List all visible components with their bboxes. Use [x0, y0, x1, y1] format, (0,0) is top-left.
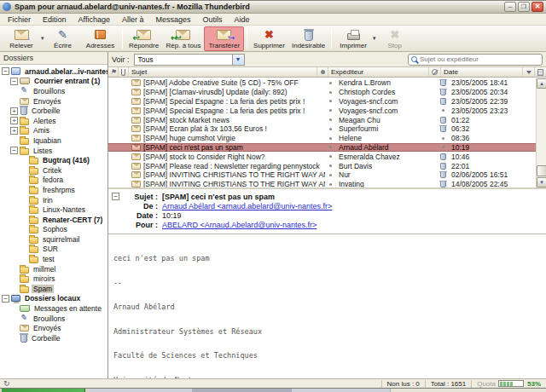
scrollbar-thumb[interactable]	[537, 165, 546, 176]
subject-label: Sujet :	[125, 193, 158, 201]
start-button[interactable]	[2, 389, 85, 392]
junk-button[interactable]: Indésirable	[288, 26, 328, 51]
collapse-expander-icon[interactable]	[10, 78, 18, 85]
folder-row[interactable]: Sophos	[0, 225, 107, 235]
menu-fichier[interactable]: Fichier	[2, 14, 37, 25]
menu-affichage[interactable]: Affichage	[73, 14, 116, 25]
expand-expander-icon[interactable]	[10, 117, 18, 124]
folder-row[interactable]: Amis	[0, 126, 107, 136]
message-row[interactable]: [SPAM] Adobe Creative Suite (5 CD) - 75%…	[108, 78, 536, 88]
folder-row-drafts[interactable]: Brouillons	[0, 86, 107, 96]
folder-row[interactable]: Linux-Nantes	[0, 205, 107, 215]
sender-column-header[interactable]: Expéditeur	[328, 67, 429, 77]
folder-row[interactable]: SUR	[0, 245, 107, 255]
menu-edition[interactable]: Edition	[37, 14, 73, 25]
folder-row[interactable]: millmel	[0, 264, 107, 274]
minimize-button[interactable]	[504, 2, 516, 12]
folder-row-sent[interactable]: Envoyés	[0, 96, 107, 107]
folder-row[interactable]: freshrpms	[0, 185, 107, 195]
attachment-column-header[interactable]	[119, 67, 129, 77]
search-input[interactable]	[420, 55, 539, 63]
search-box[interactable]	[408, 54, 543, 66]
folder-row[interactable]: Irin	[0, 195, 107, 205]
view-select[interactable]: Tous ▼	[134, 54, 245, 66]
message-row[interactable]: [SPAM] [Clamav-virusdb] Update (daily: 8…	[108, 88, 536, 97]
folder-row[interactable]: squirrelmail	[0, 234, 107, 245]
folder-row[interactable]: fedora	[0, 176, 107, 186]
folder-icon	[29, 158, 38, 164]
menu-outils[interactable]: Outils	[196, 14, 228, 25]
message-row-selected[interactable]: [SPAM] ceci n'est pas un spamArnaud Abél…	[108, 143, 536, 153]
message-row[interactable]: [SPAM] huge cumshot VirgieHelene08:36	[108, 134, 536, 143]
folder-row-drafts-local[interactable]: Brouillons	[0, 314, 107, 324]
reply-all-button[interactable]: ↩↩ Rép. à tous	[163, 26, 205, 51]
envelope-icon	[131, 163, 141, 170]
collapse-header-button[interactable]: −	[112, 193, 119, 200]
taskbar-button[interactable]	[292, 389, 391, 392]
folder-row[interactable]: Renater-CERT (7)	[0, 215, 107, 225]
restore-button[interactable]	[518, 2, 530, 12]
folder-row-trash[interactable]: Corbeille	[0, 106, 107, 116]
folder-row-local-folders[interactable]: Dossiers locaux	[0, 294, 107, 304]
sort-direction-header[interactable]	[523, 67, 535, 77]
message-row[interactable]: [SPAM] INVITING CHRISTIANS TO THE RIGHT …	[108, 170, 536, 180]
message-list-scrollbar[interactable]: ▲ ▼	[536, 78, 546, 187]
stop-button[interactable]: ✖ Stop	[376, 26, 414, 51]
forward-button[interactable]: ↪ Transférer	[204, 26, 244, 51]
folder-row[interactable]: miroirs	[0, 274, 107, 284]
to-link[interactable]: ABELARD <Arnaud.Abelard@univ-nantes.fr>	[162, 221, 317, 229]
message-row[interactable]: [SPAM] stock to Consider Right Now?Esmer…	[108, 152, 536, 161]
folder-row[interactable]: Alertes	[0, 116, 107, 126]
column-picker-button[interactable]	[535, 67, 546, 77]
folder-row-inbox[interactable]: Courrier entrant (1)	[0, 77, 107, 87]
print-button[interactable]: Imprimer	[334, 26, 372, 51]
thunderbird-logo-icon	[3, 3, 11, 11]
folder-icon	[29, 217, 38, 224]
collapse-expander-icon[interactable]	[10, 147, 18, 154]
message-row[interactable]: [SPAM] Ecran plat à 3x 103,56 Euros !Sup…	[108, 124, 536, 134]
junk-mark-icon	[440, 153, 446, 160]
folder-row-unsent[interactable]: Messages en attente	[0, 303, 107, 314]
from-link[interactable]: Arnaud Abélard <arnaud.abelard@univ-nant…	[162, 202, 332, 210]
folder-row-account[interactable]: arnaud.abelar...iv-nantes.fr	[0, 66, 107, 77]
folder-row[interactable]: test	[0, 254, 107, 264]
folder-row[interactable]: Iquabian	[0, 135, 107, 146]
collapse-expander-icon[interactable]	[2, 295, 9, 303]
folder-row-spam-selected[interactable]: Spam	[0, 284, 107, 294]
folder-row-trash-local[interactable]: Corbeille	[0, 333, 107, 343]
expand-expander-icon[interactable]	[10, 127, 18, 135]
collapse-expander-icon[interactable]	[2, 67, 9, 75]
chevron-down-icon[interactable]: ▼	[232, 55, 244, 65]
folder-row-listes[interactable]: Listes	[0, 146, 107, 156]
scroll-down-arrow-icon[interactable]: ▼	[537, 177, 546, 187]
folder-row-sent-local[interactable]: Envoyés	[0, 323, 107, 333]
junk-column-header[interactable]	[429, 67, 441, 77]
message-row[interactable]: [SPAM] Special Espagne : La feria des pe…	[108, 97, 536, 107]
message-row[interactable]: [SPAM] Please read : Newsletter regardin…	[108, 161, 536, 170]
expand-expander-icon[interactable]	[10, 107, 18, 115]
flag-column-header[interactable]	[108, 67, 119, 77]
folder-row[interactable]: Critek	[0, 165, 107, 176]
folder-row[interactable]: Bugtraq (416)	[0, 155, 107, 165]
read-column-header[interactable]	[317, 67, 328, 77]
menu-aller-a[interactable]: Aller à	[116, 14, 150, 25]
get-mail-dropdown-arrow[interactable]: ▾	[41, 35, 44, 42]
menu-aide[interactable]: Aide	[228, 14, 255, 25]
date-column-header[interactable]: Date	[441, 67, 523, 77]
compose-icon: ✎	[58, 29, 67, 40]
addresses-button[interactable]: Adresses	[82, 26, 119, 51]
subject-column-header[interactable]: Sujet	[129, 67, 317, 77]
get-mail-button[interactable]: ↓ Relever	[3, 26, 40, 51]
address-book-icon	[95, 30, 106, 39]
reply-button[interactable]: ↩ Répondre	[125, 26, 163, 51]
scroll-up-arrow-icon[interactable]: ▲	[537, 78, 546, 89]
taskbar-button-active[interactable]	[193, 389, 292, 392]
taskbar-button[interactable]	[89, 389, 193, 392]
message-row[interactable]: [SPAM] Special Espagne : La feria des pe…	[108, 106, 536, 115]
compose-button[interactable]: ✎ Écrire	[44, 26, 82, 51]
menu-messages[interactable]: Messages	[149, 14, 196, 25]
delete-button[interactable]: ✖ Supprimer	[250, 26, 288, 51]
message-row[interactable]: [SPAM] INVITING CHRISTIANS TO THE RIGHT …	[108, 180, 536, 187]
message-row[interactable]: [SPAM] stock Market newsMeagan Chu01:22	[108, 115, 536, 124]
close-button[interactable]	[531, 2, 543, 12]
